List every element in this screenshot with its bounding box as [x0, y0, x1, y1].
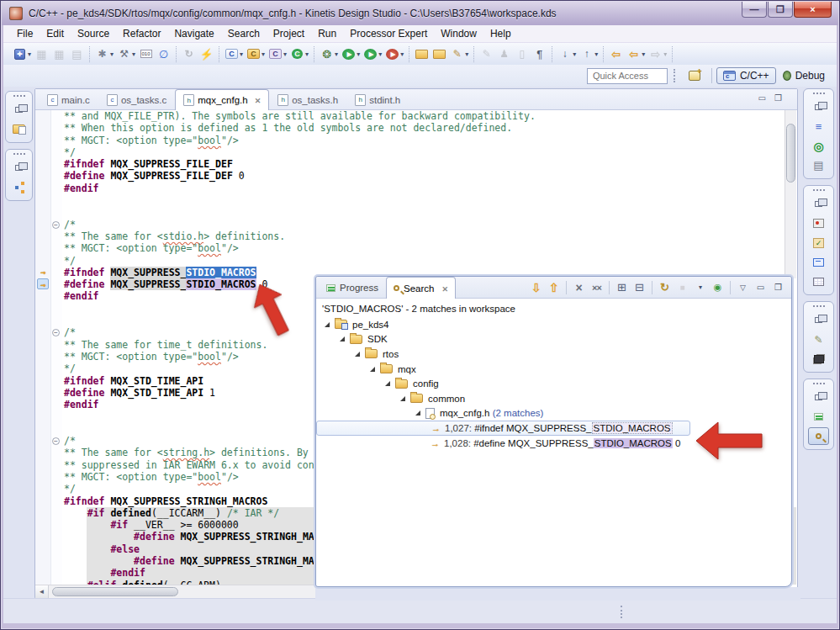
open-perspective-button[interactable] [682, 68, 707, 83]
run-button[interactable]: ▾ [341, 46, 361, 62]
save-all-button[interactable] [51, 46, 67, 62]
flash-button[interactable] [198, 46, 214, 62]
new-c-file-button[interactable]: ▾ [224, 46, 244, 62]
expand-triangle-icon[interactable] [340, 336, 345, 341]
run-again-button[interactable] [657, 279, 673, 295]
highlight-button[interactable]: ▾ [449, 46, 469, 62]
remove-match-button[interactable] [571, 279, 587, 295]
external-run-button[interactable]: ▾ [362, 46, 383, 62]
expand-triangle-icon[interactable] [415, 410, 420, 416]
stack-grip[interactable] [13, 94, 26, 98]
type-hierarchy-button[interactable] [8, 178, 29, 196]
menu-item-window[interactable]: Window [434, 26, 483, 41]
maximize-button[interactable]: ❐ [768, 2, 793, 18]
menu-item-navigate[interactable]: Navigate [167, 26, 220, 41]
remove-all-matches-button[interactable] [589, 279, 605, 295]
last-edit-button[interactable] [608, 46, 624, 62]
editor-maximize-icon[interactable]: ❐ [774, 93, 782, 103]
next-match-button[interactable] [528, 279, 544, 295]
menu-item-run[interactable]: Run [311, 26, 343, 41]
minimize-view-button[interactable] [753, 279, 769, 295]
expand-triangle-icon[interactable] [325, 322, 330, 327]
stack-grip[interactable] [812, 382, 826, 385]
tree-item-mqx[interactable]: mqx [316, 362, 791, 377]
pilcrow-button[interactable] [531, 46, 547, 62]
tasks-button[interactable] [808, 234, 829, 251]
fold-collapse-icon[interactable] [52, 329, 60, 336]
tree-item-common[interactable]: common [316, 391, 791, 406]
c-application-dropdown-icon[interactable]: ▾ [305, 50, 309, 58]
perspective-debug-button[interactable]: Debug [776, 67, 832, 84]
properties-button[interactable] [808, 273, 829, 290]
menu-item-help[interactable]: Help [483, 26, 518, 41]
debug-dropdown-icon[interactable]: ▾ [335, 50, 338, 58]
restore-view-button[interactable] [808, 389, 829, 406]
debug-target-button[interactable] [808, 137, 829, 155]
new-c-project-button[interactable]: ▾ [267, 46, 288, 62]
new-c-folder-dropdown-icon[interactable]: ▾ [262, 50, 265, 58]
restore-view-button[interactable] [808, 311, 829, 329]
search-result-marker-icon[interactable] [37, 267, 49, 278]
menu-item-source[interactable]: Source [71, 26, 116, 41]
forward-button[interactable]: ▾ [647, 46, 668, 62]
menu-item-edit[interactable]: Edit [40, 26, 71, 41]
debug-button[interactable]: ▾ [319, 46, 339, 62]
build-button[interactable]: ▾ [116, 46, 136, 62]
search-view-button[interactable] [808, 427, 829, 445]
externalize-button[interactable] [496, 46, 512, 62]
tab-os-tasks-h[interactable]: hos_tasks.h [269, 89, 346, 109]
new-wizard-dropdown-icon[interactable]: ▾ [28, 50, 31, 58]
expand-all-button[interactable] [614, 279, 630, 295]
pin-view-button[interactable] [710, 279, 726, 295]
tree-item-pe-kds4[interactable]: pe_kds4 [316, 317, 791, 332]
c-application-button[interactable]: ▾ [289, 46, 309, 62]
tab-mqx-cnfg-h[interactable]: hmqx_cnfg.h [175, 89, 269, 110]
prev-annotation-button[interactable]: ▾ [578, 46, 599, 62]
restore-view-button[interactable] [8, 101, 29, 119]
menu-item-project[interactable]: Project [267, 26, 311, 41]
perspective-cpp-button[interactable]: C/C++ [716, 67, 776, 84]
editor-vertical-scrollbar[interactable] [785, 110, 796, 278]
prev-match-button[interactable] [546, 279, 562, 295]
scroll-left-icon[interactable]: ◄ [35, 585, 49, 598]
outline-button[interactable] [808, 118, 829, 135]
stack-grip[interactable] [812, 304, 826, 308]
mark-doc-button[interactable] [514, 46, 530, 62]
tree-item-sdk[interactable]: SDK [316, 332, 791, 347]
close-search-tab-icon[interactable] [441, 283, 448, 294]
peripherals-button[interactable] [808, 350, 829, 368]
scrollbar-thumb[interactable] [52, 587, 178, 596]
settings-dropdown-icon[interactable]: ▾ [110, 50, 114, 58]
disassembly-button[interactable] [808, 156, 829, 174]
expand-triangle-icon[interactable] [385, 381, 390, 386]
search-result-marker-icon[interactable] [37, 278, 49, 289]
scrollbar-thumb[interactable] [786, 124, 795, 183]
highlight-dropdown-icon[interactable]: ▾ [465, 50, 468, 58]
toggle-mark-button[interactable] [156, 46, 172, 62]
stack-grip[interactable] [13, 152, 26, 156]
status-grip[interactable] [621, 606, 623, 618]
build-dropdown-icon[interactable]: ▾ [132, 50, 135, 58]
run-dropdown-icon[interactable]: ▾ [357, 50, 360, 58]
tab-os-tasks-c[interactable]: cos_tasks.c [98, 89, 175, 109]
quick-access-input[interactable] [587, 68, 668, 84]
menu-item-processor-expert[interactable]: Processor Expert [343, 26, 434, 41]
processor-expert-button[interactable] [808, 214, 829, 232]
print-button[interactable] [69, 46, 85, 62]
expand-triangle-icon[interactable] [400, 396, 405, 401]
search-history-button[interactable]: ▾ [692, 279, 708, 295]
menu-item-file[interactable]: File [10, 26, 40, 41]
editor-minimize-icon[interactable]: ▭ [758, 93, 766, 103]
search-match-row[interactable]: 1,027: #ifndef MQX_SUPPRESS_STDIO_MACROS [316, 421, 690, 436]
new-wizard-button[interactable]: ▾ [12, 46, 32, 62]
maximize-view-button[interactable] [770, 279, 786, 295]
new-c-project-dropdown-icon[interactable]: ▾ [283, 50, 287, 58]
menu-item-search[interactable]: Search [221, 26, 267, 41]
tab-stdint-h[interactable]: hstdint.h [346, 89, 409, 109]
fold-collapse-icon[interactable] [52, 221, 60, 229]
stop-search-button[interactable] [674, 279, 690, 295]
project-explorer-button[interactable] [8, 120, 29, 138]
close-button[interactable]: × [794, 2, 832, 18]
refresh-button[interactable] [181, 46, 197, 62]
tree-item-mqx-cnfg-h[interactable]: mqx_cnfg.h (2 matches) [316, 406, 791, 421]
